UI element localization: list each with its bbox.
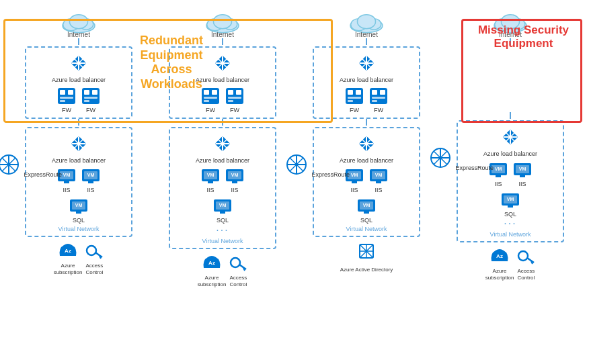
fw-item-col3-1: FW <box>344 87 364 114</box>
access-label-col2: AccessControl <box>229 275 247 287</box>
fw-row-col1: FW FW <box>56 87 101 114</box>
bottom-col1: Az Azuresubscription AccessControl <box>54 241 104 275</box>
svg-point-88 <box>358 15 376 29</box>
vm-iis-2-col2: VM IIS <box>225 167 245 194</box>
svg-rect-11 <box>68 90 73 95</box>
svg-rect-63 <box>228 100 233 102</box>
lb-label-col3: Azure load balancer <box>340 77 393 84</box>
sql-col4: VM SQL <box>500 191 520 218</box>
svg-rect-12 <box>60 97 73 99</box>
svg-text:VM: VM <box>363 203 370 208</box>
fw-item-col3-2: FW <box>368 87 389 114</box>
sql-col2: VM SQL <box>212 197 233 224</box>
sql-col1: VM SQL <box>69 197 89 224</box>
fw-label-col3-2: FW <box>374 107 383 114</box>
vnet-label-col2: Virtual Network <box>202 238 243 244</box>
svg-rect-10 <box>60 90 65 95</box>
svg-point-3 <box>70 15 88 29</box>
lb-icon-col1 <box>67 51 91 75</box>
lb-col1: Azure load balancer <box>52 51 106 84</box>
vline-2a <box>222 38 223 45</box>
svg-line-83 <box>239 265 246 269</box>
svg-rect-101 <box>380 90 385 95</box>
svg-line-159 <box>527 258 534 263</box>
svg-point-42 <box>87 246 96 255</box>
svg-rect-121 <box>376 181 381 183</box>
vm-row-col1: VM IIS VM IIS <box>56 167 101 194</box>
express-route-icon-col3 <box>284 152 309 177</box>
sql-icon-col2: VM <box>212 197 233 216</box>
svg-rect-156 <box>508 206 513 208</box>
svg-rect-60 <box>228 90 233 95</box>
svg-text:VM: VM <box>231 173 239 177</box>
fw-label-col2-1: FW <box>206 107 215 114</box>
sql-label-col2: SQL <box>217 217 229 224</box>
subscription-label-col2: Azuresubscription <box>198 275 227 287</box>
iis-label-1-col2: IIS <box>206 187 214 194</box>
fw-row-col3: FW FW <box>344 87 389 114</box>
svg-rect-117 <box>352 181 357 183</box>
svg-text:Az: Az <box>65 248 71 254</box>
sql-label-col4: SQL <box>504 211 516 218</box>
svg-text:VM: VM <box>63 173 71 177</box>
lb2-icon-col1 <box>67 132 91 156</box>
express-route-label-col3: ExpressRoute <box>311 171 350 178</box>
subscription-col4: Az Azuresubscription <box>485 246 514 281</box>
svg-rect-57 <box>204 97 217 99</box>
vm-row-col4: VM IIS VM IIS <box>488 161 533 188</box>
access-label-col4: AccessControl <box>517 268 535 281</box>
svg-line-43 <box>95 253 102 257</box>
fw-icon-col2-2 <box>225 87 245 105</box>
svg-point-158 <box>518 251 528 261</box>
bottom-col2: Az Azuresubscription AccessControl <box>198 253 248 287</box>
subscription-icon-col1: Az <box>57 241 79 261</box>
express-route-col4: ExpressRoute <box>428 146 494 173</box>
svg-text:VM: VM <box>351 173 358 177</box>
sql-label-col1: SQL <box>73 217 85 224</box>
lower-section-col4: ExpressRoute Azure load balancer <box>457 119 564 242</box>
active-directory-col3: Azure Active Directory <box>340 241 393 273</box>
cloud-label-col2: Internet <box>211 31 234 38</box>
key-icon-col2 <box>229 255 247 273</box>
svg-rect-152 <box>520 175 525 177</box>
lb-icon-col3 <box>354 51 379 75</box>
dashed-box-col1-top: Azure load balancer FW <box>25 46 132 119</box>
svg-text:VM: VM <box>75 203 83 208</box>
lb2-col2: Azure load balancer <box>196 132 249 165</box>
subscription-icon-col4: Az <box>489 246 510 267</box>
svg-rect-36 <box>88 181 93 183</box>
svg-text:VM: VM <box>87 173 95 177</box>
svg-rect-13 <box>60 100 65 102</box>
svg-text:Az: Az <box>208 260 215 266</box>
lower-section-col1: ExpressRoute Azure load balancer <box>25 126 132 237</box>
iis-label-2-col3: IIS <box>375 187 382 194</box>
subscription-label-col4: Azuresubscription <box>485 268 514 281</box>
svg-rect-15 <box>84 90 89 95</box>
iis-label-1-col4: IIS <box>494 181 502 188</box>
fw-label-1: FW <box>62 107 71 114</box>
vm-iis-2-col4: VM IIS <box>512 161 533 188</box>
fw-item-2: FW <box>81 87 101 114</box>
vm-iis-2-col1: VM IIS <box>81 167 101 194</box>
column-4: Internet ExpressRoute <box>438 7 582 336</box>
express-route-icon-col1 <box>0 152 21 177</box>
access-col2: AccessControl <box>229 255 247 287</box>
svg-rect-96 <box>356 90 361 95</box>
active-directory-icon <box>353 241 380 265</box>
svg-rect-62 <box>228 97 241 99</box>
svg-rect-61 <box>236 90 241 95</box>
dashed-box-col3-top: Azure load balancer FW <box>313 46 420 119</box>
vm-icon-2-col4: VM <box>512 161 533 179</box>
lb2-icon-col2 <box>210 132 235 156</box>
svg-text:VM: VM <box>375 173 383 177</box>
dashed-box-col3-mid: Azure load balancer VM IIS <box>313 127 420 237</box>
vm-iis-2-col3: VM IIS <box>368 167 389 194</box>
dashed-box-col1-mid: Azure load balancer VM IIS <box>25 127 132 237</box>
iis-label-1-col1: IIS <box>63 187 70 194</box>
svg-text:VM: VM <box>495 167 502 171</box>
svg-point-48 <box>214 15 232 29</box>
diagram-container: Redundant Equipment Across Workloads Mis… <box>0 0 589 364</box>
fw-icon-col3-1 <box>344 87 364 105</box>
iis-label-1-col3: IIS <box>350 187 358 194</box>
express-route-label-col4: ExpressRoute <box>455 165 494 171</box>
